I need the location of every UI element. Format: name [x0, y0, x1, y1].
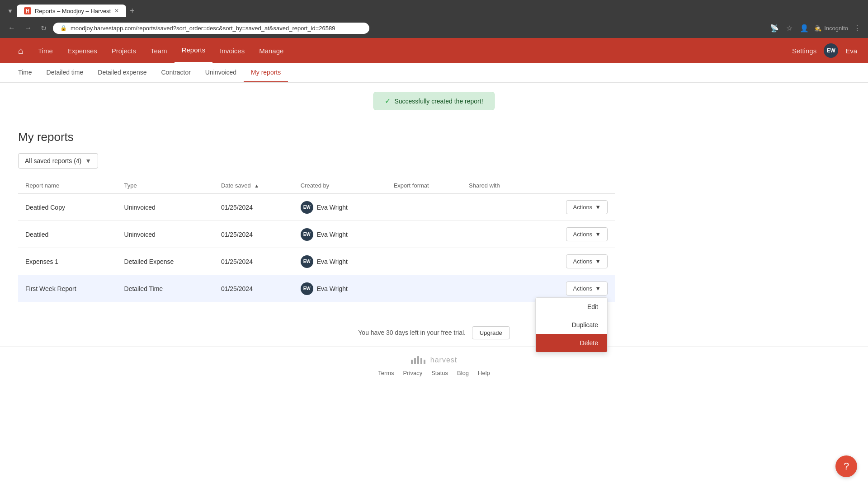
lock-icon: 🔒 — [60, 25, 67, 31]
subnav-contractor[interactable]: Contractor — [154, 63, 198, 82]
actions-label: Actions — [573, 285, 592, 292]
actions-btn[interactable]: Actions▼ — [566, 282, 608, 296]
chevron-down-icon: ▼ — [595, 258, 601, 265]
subnav-detailed-time[interactable]: Detailed time — [39, 63, 91, 82]
chevron-down-icon: ▼ — [85, 157, 91, 164]
address-bar[interactable]: 🔒 moodjoy.harvestapp.com/reports/saved?s… — [53, 23, 369, 34]
nav-expenses[interactable]: Expenses — [60, 38, 104, 63]
tab-favicon: H — [24, 7, 31, 14]
footer: harvest Terms Privacy Status Blog Help — [0, 347, 868, 385]
cell-type: Uninvoiced — [117, 221, 214, 248]
footer-blog[interactable]: Blog — [457, 370, 469, 376]
bookmark-icon[interactable]: ☆ — [784, 22, 794, 34]
active-tab: H Reports – Moodjoy – Harvest ✕ — [17, 5, 126, 17]
subnav-detailed-expense[interactable]: Detailed expense — [90, 63, 154, 82]
sort-asc-icon: ▲ — [254, 183, 259, 188]
chevron-down-icon: ▼ — [595, 231, 601, 238]
cell-type: Detailed Expense — [117, 248, 214, 275]
cell-export-format — [387, 275, 462, 302]
menu-icon[interactable]: ⋮ — [852, 22, 863, 34]
dropdown-item-edit[interactable]: Edit — [536, 298, 607, 316]
actions-btn[interactable]: Actions▼ — [566, 254, 608, 268]
bar3 — [417, 356, 419, 364]
incognito-label: 🕵 Incognito — [814, 25, 848, 32]
actions-dropdown-container: Actions▼ — [566, 200, 608, 214]
footer-help[interactable]: Help — [478, 370, 490, 376]
nav-invoices[interactable]: Invoices — [212, 38, 252, 63]
cell-date: 01/25/2024 — [214, 194, 293, 221]
incognito-icon: 🕵 — [814, 25, 821, 32]
upgrade-btn[interactable]: Upgrade — [472, 326, 510, 339]
success-banner: ✓ Successfully created the report! — [373, 92, 494, 110]
forward-btn[interactable]: → — [22, 22, 34, 34]
actions-dropdown-container: Actions▼EditDuplicateDelete — [566, 282, 608, 296]
table-row: Deatiled CopyUninvoiced01/25/2024EWEva W… — [18, 194, 615, 221]
nav-projects[interactable]: Projects — [104, 38, 143, 63]
actions-label: Actions — [573, 231, 592, 238]
actions-label: Actions — [573, 204, 592, 211]
harvest-wordmark: harvest — [430, 356, 457, 364]
user-name: Eva Wright — [317, 285, 348, 292]
browser-tabs: ▼ H Reports – Moodjoy – Harvest ✕ + — [0, 0, 868, 18]
page-title: My reports — [18, 130, 615, 144]
cell-created-by: EWEva Wright — [293, 275, 387, 302]
browser-toolbar: ← → ↻ 🔒 moodjoy.harvestapp.com/reports/s… — [0, 18, 868, 38]
sub-nav: Time Detailed time Detailed expense Cont… — [0, 63, 868, 83]
cell-created-by: EWEva Wright — [293, 221, 387, 248]
footer-privacy[interactable]: Privacy — [403, 370, 423, 376]
nav-reports[interactable]: Reports — [175, 38, 213, 63]
nav-manage[interactable]: Manage — [252, 38, 291, 63]
cell-type: Detailed Time — [117, 275, 214, 302]
user-avatar: EW — [301, 228, 313, 241]
home-btn[interactable]: ⌂ — [11, 46, 31, 56]
cell-created-by: EWEva Wright — [293, 194, 387, 221]
reports-table: Report name Type Date saved ▲ Created by… — [18, 178, 615, 302]
cell-export-format — [387, 221, 462, 248]
col-created-by: Created by — [293, 178, 387, 194]
footer-status[interactable]: Status — [431, 370, 448, 376]
tab-dropdown-btn[interactable]: ▼ — [4, 8, 17, 14]
new-tab-btn[interactable]: + — [126, 5, 138, 18]
cell-shared-with — [462, 248, 530, 275]
dropdown-item-duplicate[interactable]: Duplicate — [536, 316, 607, 334]
url-text: moodjoy.harvestapp.com/reports/saved?sor… — [71, 25, 362, 32]
dropdown-item-delete[interactable]: Delete — [536, 334, 607, 352]
subnav-time[interactable]: Time — [11, 63, 39, 82]
col-type: Type — [117, 178, 214, 194]
cast-icon[interactable]: 📡 — [768, 22, 781, 34]
browser-toolbar-right: 📡 ☆ 👤 🕵 Incognito ⋮ — [768, 22, 863, 34]
chevron-down-icon: ▼ — [595, 204, 601, 211]
tab-close-btn[interactable]: ✕ — [114, 8, 119, 14]
footer-links: Terms Privacy Status Blog Help — [378, 370, 490, 376]
cell-date: 01/25/2024 — [214, 248, 293, 275]
tab-title: Reports – Moodjoy – Harvest — [35, 8, 111, 14]
actions-btn[interactable]: Actions▼ — [566, 200, 608, 214]
bar1 — [411, 360, 413, 364]
settings-link[interactable]: Settings — [792, 47, 816, 55]
table-header: Report name Type Date saved ▲ Created by… — [18, 178, 615, 194]
harvest-logo: harvest — [411, 356, 457, 364]
refresh-btn[interactable]: ↻ — [38, 22, 49, 34]
nav-time[interactable]: Time — [31, 38, 60, 63]
cell-report-name: Deatiled — [18, 221, 117, 248]
cell-shared-with — [462, 194, 530, 221]
filter-dropdown[interactable]: All saved reports (4) ▼ — [18, 153, 98, 169]
success-icon: ✓ — [385, 97, 391, 105]
app-nav: ⌂ Time Expenses Projects Team Reports In… — [0, 38, 868, 63]
col-export-format: Export format — [387, 178, 462, 194]
col-report-name: Report name — [18, 178, 117, 194]
bar2 — [414, 358, 416, 364]
user-avatar: EW — [301, 282, 313, 295]
actions-btn[interactable]: Actions▼ — [566, 227, 608, 241]
cell-date: 01/25/2024 — [214, 275, 293, 302]
profile-icon[interactable]: 👤 — [798, 22, 811, 34]
subnav-my-reports[interactable]: My reports — [244, 63, 288, 82]
success-message: Successfully created the report! — [394, 98, 483, 105]
nav-team[interactable]: Team — [143, 38, 175, 63]
user-name: Eva Wright — [317, 258, 348, 265]
col-date-saved[interactable]: Date saved ▲ — [214, 178, 293, 194]
footer-terms[interactable]: Terms — [378, 370, 394, 376]
table-row: DeatiledUninvoiced01/25/2024EWEva Wright… — [18, 221, 615, 248]
back-btn[interactable]: ← — [5, 22, 18, 34]
subnav-uninvoiced[interactable]: Uninvoiced — [198, 63, 244, 82]
